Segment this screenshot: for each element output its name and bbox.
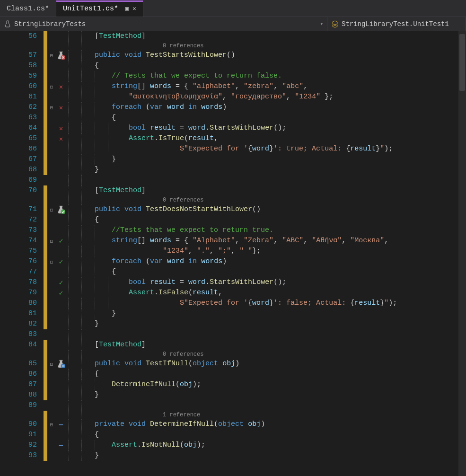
- codelens-line[interactable]: 0 references: [95, 196, 466, 204]
- token-punct: [120, 360, 124, 368]
- pin-icon[interactable]: ▣: [125, 5, 129, 12]
- test-fail-icon[interactable]: [56, 50, 66, 61]
- scrollbar-thumb[interactable]: [459, 34, 465, 91]
- close-icon[interactable]: ✕: [132, 5, 136, 12]
- token-punct: ,: [210, 247, 218, 255]
- code-line[interactable]: }: [95, 165, 466, 175]
- code-line[interactable]: [95, 175, 466, 185]
- fold-toggle[interactable]: ⊟: [47, 256, 56, 267]
- code-line[interactable]: [95, 400, 466, 411]
- code-line[interactable]: [95, 329, 466, 340]
- code-line[interactable]: "αυτοκινητοβιομηχανία", "государство", "…: [95, 92, 466, 102]
- codelens-references[interactable]: 1 reference: [163, 412, 200, 418]
- fold-toggle[interactable]: ⊟: [47, 50, 56, 61]
- code-line[interactable]: foreach (var word in words): [95, 102, 466, 113]
- token-kw: bool: [129, 278, 146, 286]
- line-number: 64: [0, 123, 37, 133]
- code-line[interactable]: DetermineIfNull(obj);: [95, 379, 466, 390]
- code-line[interactable]: Assert.IsFalse(result,: [95, 288, 466, 298]
- codelens-line[interactable]: 0 references: [95, 42, 466, 50]
- codelens-references[interactable]: 0 references: [163, 197, 203, 203]
- test-notrun-mark[interactable]: —: [56, 440, 66, 450]
- test-pass-mark[interactable]: ✓: [56, 277, 66, 288]
- code-area[interactable]: [TestMethod] 0 referencespublic void Tes…: [95, 31, 466, 476]
- code-line[interactable]: }: [95, 390, 466, 400]
- token-str: ': false; Actual:: [273, 299, 350, 307]
- code-line[interactable]: }: [95, 450, 466, 461]
- code-line[interactable]: [TestMethod]: [95, 31, 466, 42]
- code-line[interactable]: string[] words = { "alphabet", "zebra", …: [95, 81, 466, 92]
- code-line[interactable]: // Tests that we expect to return false.: [95, 71, 466, 81]
- code-line[interactable]: bool result = word.StartsWithLower();: [95, 277, 466, 288]
- line-number: 90: [0, 419, 37, 430]
- indent-guides: [66, 277, 95, 288]
- code-line[interactable]: public void TestDoesNotStartWithLower(): [95, 204, 466, 215]
- code-line[interactable]: //Tests that we expect to return true.: [95, 225, 466, 236]
- line-number: 71: [0, 204, 37, 215]
- code-line[interactable]: {: [95, 215, 466, 225]
- token-punct: (): [252, 205, 261, 213]
- test-fail-mark[interactable]: ✕: [56, 133, 66, 144]
- code-line[interactable]: Assert.IsNotNull(obj);: [95, 440, 466, 450]
- token-punct: {: [95, 431, 99, 439]
- test-notrun-mark[interactable]: —: [56, 419, 66, 430]
- code-line[interactable]: {: [95, 430, 466, 440]
- code-line[interactable]: }: [95, 319, 466, 329]
- codelens-line[interactable]: 0 references: [95, 350, 466, 359]
- nav-member-dropdown[interactable]: StringLibraryTest.UnitTest1: [327, 17, 466, 31]
- modification-marker: [44, 440, 47, 450]
- code-line[interactable]: private void DetermineIfNull(object obj): [95, 419, 466, 430]
- code-line[interactable]: {: [95, 267, 466, 277]
- fold-toggle[interactable]: ⊟: [47, 359, 56, 369]
- code-line[interactable]: {: [95, 113, 466, 123]
- token-punct: .: [205, 278, 210, 286]
- token-str: ";": [218, 247, 231, 255]
- code-line[interactable]: bool result = word.StartsWithLower();: [95, 123, 466, 133]
- test-notrun-icon[interactable]: [56, 359, 66, 369]
- code-editor[interactable]: 5657585960616263646566676869707172737475…: [0, 31, 466, 476]
- fold-toggle[interactable]: ⊟: [47, 81, 56, 92]
- test-pass-mark[interactable]: ✓: [56, 236, 66, 246]
- codelens-references[interactable]: 0 references: [163, 351, 203, 358]
- indent-guides: [66, 246, 95, 256]
- code-line[interactable]: }: [95, 309, 466, 319]
- code-line[interactable]: foreach (var word in words): [95, 256, 466, 267]
- codelens-references[interactable]: 0 references: [163, 43, 203, 49]
- code-line[interactable]: $"Expected for '{word}': false; Actual: …: [95, 298, 466, 309]
- code-line[interactable]: [TestMethod]: [95, 185, 466, 196]
- code-line[interactable]: "1234", ".", ";", " "};: [95, 246, 466, 256]
- test-pass-mark[interactable]: ✓: [56, 288, 66, 298]
- indent-guides: [66, 298, 95, 309]
- tab-unittest1[interactable]: UnitTest1.cs* ▣ ✕: [56, 0, 143, 17]
- tab-class1[interactable]: Class1.cs*: [0, 0, 56, 17]
- code-line[interactable]: }: [95, 154, 466, 165]
- token-punct: ();: [273, 278, 286, 286]
- indent-guides: [66, 50, 95, 61]
- indent-guides: [66, 71, 95, 81]
- modification-marker: [44, 411, 47, 419]
- fold-toggle[interactable]: ⊟: [47, 419, 56, 430]
- fold-toggle[interactable]: ⊟: [47, 204, 56, 215]
- code-line[interactable]: [TestMethod]: [95, 340, 466, 350]
- test-pass-icon[interactable]: [56, 204, 66, 215]
- test-pass-mark[interactable]: ✓: [56, 256, 66, 267]
- token-str: "1234": [163, 247, 188, 255]
- gutter-test-status[interactable]: ✕✕✕✕✓✓✓✓——: [56, 31, 66, 476]
- code-line[interactable]: {: [95, 369, 466, 379]
- fold-toggle: [47, 430, 56, 440]
- gutter-folding[interactable]: ⊟⊟⊟⊟⊟⊟⊟⊟: [47, 31, 56, 476]
- code-line[interactable]: public void TestStartsWithLower(): [95, 50, 466, 61]
- code-line[interactable]: {: [95, 61, 466, 71]
- fold-toggle[interactable]: ⊟: [47, 236, 56, 246]
- code-line[interactable]: $"Expected for '{word}': true; Actual: {…: [95, 144, 466, 154]
- fold-toggle[interactable]: ⊟: [47, 102, 56, 113]
- code-line[interactable]: Assert.IsTrue(result,: [95, 133, 466, 144]
- codelens-line[interactable]: 1 reference: [95, 411, 466, 419]
- test-fail-mark[interactable]: ✕: [56, 123, 66, 133]
- vertical-scrollbar[interactable]: [458, 31, 466, 476]
- code-line[interactable]: public void TestIfNull(object obj): [95, 359, 466, 369]
- code-line[interactable]: string[] words = { "Alphabet", "Zebra", …: [95, 236, 466, 246]
- test-fail-mark[interactable]: ✕: [56, 81, 66, 92]
- nav-scope-dropdown[interactable]: StringLibraryTests ▾: [0, 17, 327, 31]
- test-fail-mark[interactable]: ✕: [56, 102, 66, 113]
